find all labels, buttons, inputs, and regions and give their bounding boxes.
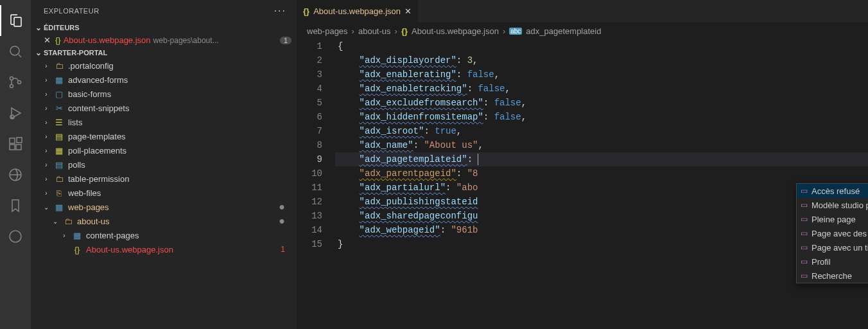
activity-extensions-icon[interactable] — [0, 129, 31, 159]
tree-item-label: poll-placements — [68, 146, 126, 156]
svg-rect-5 — [10, 138, 15, 143]
tree-item-label: web-pages — [68, 202, 109, 212]
tree-folder[interactable]: ›⎘web-files — [31, 186, 297, 200]
string-symbol-icon: abc — [509, 28, 522, 35]
chevron-right-icon: › — [395, 26, 397, 36]
json-icon: {} — [303, 6, 309, 16]
tree-folder[interactable]: ›▢basic-forms — [31, 87, 297, 101]
tree-item-label: polls — [68, 160, 85, 170]
suggestion-item[interactable]: ▭Recherche — [797, 269, 868, 283]
activity-search-icon[interactable] — [0, 36, 31, 67]
svg-point-1 — [10, 77, 13, 80]
activity-debug-icon[interactable] — [0, 98, 31, 129]
more-icon[interactable]: ··· — [274, 5, 286, 17]
tree-folder[interactable]: ⌄🗀about-us● — [31, 214, 297, 228]
open-editor-badge: 1 — [280, 37, 291, 44]
enum-icon: ▭ — [801, 200, 808, 209]
enum-icon: ▭ — [801, 257, 808, 266]
open-editor-path: web-pages\about... — [153, 36, 219, 45]
close-icon[interactable]: ✕ — [44, 35, 53, 45]
editor-pane: {} About-us.webpage.json ✕ web-pages › a… — [297, 0, 868, 329]
svg-point-0 — [10, 46, 19, 55]
modified-dot-icon: ● — [279, 215, 285, 227]
tree-item-label: content-snippets — [68, 103, 129, 113]
tree-item-label: About-us.webpage.json — [86, 245, 173, 254]
breadcrumb-item[interactable]: web-pages — [307, 26, 348, 36]
chevron-down-icon: ⌄ — [33, 48, 44, 57]
tree-item-label: advanced-forms — [68, 75, 128, 85]
explorer-title: EXPLORATEUR — [44, 7, 100, 15]
suggestion-item[interactable]: ▭Page avec un titre — [797, 240, 868, 254]
workspace-section[interactable]: ⌄ STARTER-PORTAL — [31, 47, 297, 58]
json-icon: {} — [401, 26, 408, 36]
svg-rect-7 — [16, 145, 21, 150]
suggestion-item[interactable]: ▭Profil — [797, 254, 868, 269]
svg-point-3 — [18, 81, 21, 84]
chevron-right-icon: › — [42, 190, 50, 197]
suggestion-label: Page avec un titre — [812, 243, 868, 253]
tree-folder[interactable]: ›🗀.portalconfig — [31, 58, 297, 73]
tree-item-label: about-us — [77, 217, 110, 226]
tree-folder[interactable]: ⌄▦web-pages● — [31, 200, 297, 214]
breadcrumb-item[interactable]: about-us — [358, 26, 391, 36]
suggestion-item[interactable]: ▭Pleine page — [797, 212, 868, 226]
suggestion-label: Accès refusé — [812, 186, 860, 196]
suggestion-widget[interactable]: ▭Accès refusé▭Modèle studio par défaut▭P… — [796, 183, 868, 283]
activity-github-icon[interactable] — [0, 221, 31, 252]
svg-point-2 — [10, 85, 13, 88]
tab-file[interactable]: {} About-us.webpage.json ✕ — [297, 0, 419, 22]
suggestion-label: Page avec des liens enfants — [812, 229, 868, 238]
open-editor-filename: About-us.webpage.json — [64, 35, 151, 45]
tree-folder[interactable]: ›✂content-snippets — [31, 101, 297, 115]
chevron-right-icon: › — [352, 26, 354, 36]
suggestion-item[interactable]: ▭Accès refusé — [797, 184, 868, 198]
chevron-right-icon: › — [42, 175, 50, 182]
suggestion-item[interactable]: ▭Modèle studio par défaut — [797, 198, 868, 212]
close-icon[interactable]: ✕ — [404, 6, 412, 16]
chevron-right-icon: › — [42, 147, 50, 154]
code-content[interactable]: { "adx_displayorder": 3, "adx_enablerati… — [335, 39, 868, 329]
tree-folder[interactable]: ›▦content-pages — [31, 228, 297, 242]
workspace-label: STARTER-PORTAL — [44, 49, 107, 57]
chevron-right-icon: › — [42, 91, 50, 98]
error-count: 1 — [281, 245, 285, 254]
breadcrumb-item[interactable]: adx_pagetemplateid — [526, 26, 601, 36]
tree-folder[interactable]: ›▤page-templates — [31, 129, 297, 143]
open-editors-section[interactable]: ⌄ ÉDITEURS — [31, 22, 297, 33]
line-gutter: 123456789101112131415 — [297, 39, 335, 329]
chevron-down-icon: ⌄ — [42, 204, 50, 211]
suggestion-label: Recherche — [812, 271, 852, 281]
tree-folder[interactable]: ›▦advanced-forms — [31, 73, 297, 87]
tree-folder[interactable]: ›🗀table-permission — [31, 172, 297, 186]
chevron-right-icon: › — [42, 161, 50, 168]
chevron-right-icon: › — [42, 105, 50, 112]
activity-explorer-icon[interactable] — [0, 5, 31, 36]
file-tree: ›🗀.portalconfig›▦advanced-forms›▢basic-f… — [31, 58, 297, 329]
tree-file[interactable]: {}About-us.webpage.json1 — [31, 242, 297, 256]
tree-folder[interactable]: ›☰lists — [31, 115, 297, 129]
suggestion-label: Pleine page — [812, 215, 856, 224]
tree-folder[interactable]: ›▦poll-placements — [31, 143, 297, 157]
code-editor[interactable]: 123456789101112131415 { "adx_displayorde… — [297, 39, 868, 329]
tab-filename: About-us.webpage.json — [313, 6, 401, 16]
chevron-right-icon: › — [60, 232, 68, 239]
svg-rect-6 — [10, 145, 15, 150]
tab-bar: {} About-us.webpage.json ✕ — [297, 0, 868, 22]
chevron-right-icon: › — [42, 76, 50, 84]
tree-item-label: table-permission — [68, 174, 129, 184]
breadcrumb-item[interactable]: About-us.webpage.json — [412, 26, 499, 36]
activity-bookmark-icon[interactable] — [0, 190, 31, 221]
explorer-sidebar: EXPLORATEUR ··· ⌄ ÉDITEURS ✕ {} About-us… — [31, 0, 297, 329]
open-editor-item[interactable]: ✕ {} About-us.webpage.json web-pages\abo… — [31, 33, 297, 47]
tree-item-label: lists — [68, 118, 82, 127]
tree-folder[interactable]: ›▤polls — [31, 157, 297, 172]
json-icon: {} — [55, 35, 61, 45]
activity-scm-icon[interactable] — [0, 67, 31, 98]
breadcrumb[interactable]: web-pages › about-us › {} About-us.webpa… — [297, 22, 868, 39]
enum-icon: ▭ — [801, 186, 808, 195]
activity-remote-icon[interactable] — [0, 159, 31, 190]
enum-icon: ▭ — [801, 243, 808, 252]
suggestion-item[interactable]: ▭Page avec des liens enfants — [797, 226, 868, 240]
svg-rect-8 — [17, 138, 22, 143]
chevron-right-icon: › — [503, 26, 505, 36]
